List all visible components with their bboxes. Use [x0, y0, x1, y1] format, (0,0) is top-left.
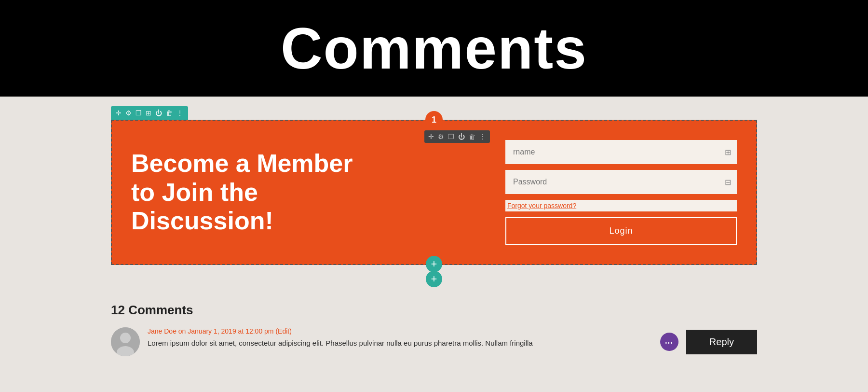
grid-icon[interactable]: ⊞: [146, 109, 151, 117]
page-header: Comments: [0, 0, 868, 97]
comment-body: Jane Doe on January 1, 2019 at 12:00 pm …: [148, 327, 652, 349]
badge-number: 1: [425, 111, 443, 128]
add-block-below-button[interactable]: +: [426, 271, 442, 287]
login-form: ⊞ ⊟ Forgot your password? Login: [505, 140, 737, 245]
duplicate-icon[interactable]: ❐: [136, 109, 142, 117]
password-wrapper: ⊟: [505, 170, 737, 194]
reply-button[interactable]: Reply: [686, 330, 757, 354]
comment-date: on January 1, 2019 at 12:00 pm: [178, 327, 274, 335]
main-content: ✛ ⚙ ❐ ⊞ ⏻ 🗑 ⋮ 1 ✛ ⚙ ❐ ⏻ 🗑 ⋮ Become a Mem…: [0, 97, 868, 380]
more-icon[interactable]: ⋮: [176, 109, 183, 117]
comments-count: 12 Comments: [111, 303, 757, 318]
more-options-button[interactable]: [660, 333, 678, 351]
widget-inner-toolbar[interactable]: ✛ ⚙ ❐ ⏻ 🗑 ⋮: [424, 130, 490, 143]
inner-duplicate-icon[interactable]: ❐: [448, 133, 454, 140]
settings-icon[interactable]: ⚙: [125, 109, 132, 117]
password-input-icon: ⊟: [725, 178, 731, 187]
comment-edit-link[interactable]: (Edit): [275, 327, 291, 335]
forgot-password-link[interactable]: Forgot your password?: [505, 200, 737, 211]
delete-icon[interactable]: 🗑: [166, 109, 173, 117]
dots-icon: [665, 337, 674, 347]
move-icon[interactable]: ✛: [116, 109, 122, 117]
svg-point-1: [120, 333, 131, 343]
inner-power-icon[interactable]: ⏻: [458, 133, 465, 140]
widget-outer-toolbar[interactable]: ✛ ⚙ ❐ ⊞ ⏻ 🗑 ⋮: [111, 106, 188, 120]
comment-meta: Jane Doe on January 1, 2019 at 12:00 pm …: [148, 327, 652, 335]
comment-row: Jane Doe on January 1, 2019 at 12:00 pm …: [111, 327, 757, 356]
password-input[interactable]: [505, 170, 737, 194]
username-input-icon: ⊞: [725, 148, 731, 157]
username-wrapper: ⊞: [505, 140, 737, 164]
comment-author: Jane Doe: [148, 327, 176, 335]
widget-container: 1 ✛ ⚙ ❐ ⏻ 🗑 ⋮ Become a Member to Join th…: [111, 120, 757, 265]
username-input[interactable]: [505, 140, 737, 164]
inner-more-icon[interactable]: ⋮: [479, 133, 486, 140]
comments-section: 12 Comments Jane Doe on January 1, 2019 …: [0, 293, 868, 371]
inner-delete-icon[interactable]: 🗑: [469, 133, 475, 140]
inner-settings-icon[interactable]: ⚙: [438, 133, 444, 140]
login-button[interactable]: Login: [505, 217, 737, 245]
comment-text: Lorem ipsum dolor sit amet, consectetur …: [148, 338, 652, 349]
inner-move-icon[interactable]: ✛: [428, 133, 434, 140]
add-block-inside-button[interactable]: +: [426, 256, 442, 272]
power-icon[interactable]: ⏻: [155, 109, 162, 117]
page-title: Comments: [281, 15, 587, 82]
avatar: [111, 327, 140, 356]
widget-heading: Become a Member to Join the Discussion!: [131, 149, 353, 236]
